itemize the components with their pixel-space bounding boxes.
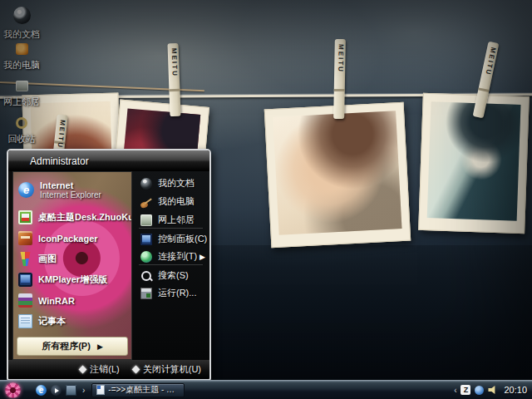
submenu-arrow-icon: ▶ — [200, 253, 205, 261]
desktop-icon-network-places[interactable]: 网上邻居 — [0, 80, 43, 106]
start-menu-body: e Internet Internet Explorer 桌酷主题Desk.Zh… — [8, 171, 209, 360]
menu-item-label: 画图 — [38, 253, 57, 265]
start-menu-item-control-panel[interactable]: 控制面板(C) — [132, 230, 209, 248]
menu-item-label: WinRAR — [38, 296, 75, 306]
menu-item-label: 运行(R)... — [158, 287, 196, 299]
log-off-icon — [79, 366, 87, 374]
my-documents-icon — [140, 178, 152, 190]
zhuoku-theme-icon — [18, 210, 32, 224]
taskbar-window-title: -=>>桌酷主题 - Mic... — [108, 384, 180, 396]
clothespin-spring — [334, 88, 345, 91]
menu-item-label: KMPlayer增强版 — [38, 273, 107, 286]
desktop-icon-label: 网上邻居 — [0, 96, 43, 106]
recycle-bin-icon — [16, 117, 27, 129]
log-off-label: 注销(L) — [90, 363, 119, 376]
start-menu-item-my-computer[interactable]: 我的电脑 — [132, 193, 209, 210]
clothespin: MEITU — [167, 43, 180, 116]
start-menu-item-notepad[interactable]: 记事本 — [13, 311, 131, 332]
volume-icon[interactable] — [488, 386, 497, 395]
menu-item-sublabel: Internet Explorer — [40, 190, 101, 200]
quick-launch-media-player-icon[interactable] — [51, 385, 62, 396]
all-programs-label: 所有程序(P) — [42, 340, 91, 352]
start-menu-item-my-documents[interactable]: 我的文档 — [132, 175, 209, 192]
all-programs-button[interactable]: 所有程序(P) ▶ — [17, 337, 128, 356]
menu-item-label: 网上邻居 — [158, 214, 195, 226]
network-places-icon — [140, 214, 152, 226]
start-menu-footer: 注销(L) 关闭计算机(U) — [8, 360, 209, 379]
paint-icon — [18, 252, 32, 266]
menu-item-label: Internet — [40, 180, 101, 190]
taskbar-clock[interactable]: 20:10 — [504, 385, 527, 395]
winrar-icon — [18, 293, 32, 308]
taskbar-window-button[interactable]: -=>>桌酷主题 - Mic... — [91, 383, 185, 397]
start-menu-item-search[interactable]: 搜索(S) — [132, 267, 209, 284]
tray-messenger-icon[interactable] — [475, 386, 484, 395]
start-menu-item-zhuoku-theme[interactable]: 桌酷主题Desk.ZhuoKu.Com — [13, 207, 131, 228]
desktop-icon-my-documents[interactable]: 我的文档 — [0, 7, 43, 39]
desktop: MEITU MEITU MEITU MEITU 我的文档 我的电脑 网上邻居 回… — [0, 0, 532, 399]
menu-item-label: 控制面板(C) — [158, 233, 207, 245]
quick-launch-bar: e › — [36, 385, 85, 396]
start-menu-item-connect-to[interactable]: 连接到(T) ▶ — [132, 248, 209, 265]
clothespin: MEITU — [333, 39, 346, 119]
clothespin-spring — [169, 88, 180, 91]
menu-item-label: 记事本 — [38, 315, 66, 328]
tray-z-app-icon[interactable]: Z — [461, 385, 470, 395]
photo-image — [273, 111, 401, 235]
photo-image — [427, 101, 521, 221]
menu-item-label: 桌酷主题Desk.ZhuoKu.Com — [38, 211, 132, 224]
clothespin-label: MEITU — [337, 44, 343, 51]
user-name: Administrator — [30, 155, 89, 167]
search-icon — [140, 270, 152, 282]
polaroid-photo-man — [264, 102, 411, 249]
document-icon — [96, 385, 105, 395]
start-menu-item-paint[interactable]: 画图 — [13, 249, 131, 269]
clothespin-label: MEITU — [488, 47, 495, 54]
start-menu-item-iconpackager[interactable]: IconPackager — [13, 228, 131, 249]
kmplayer-icon — [18, 273, 32, 287]
run-icon — [140, 288, 152, 299]
menu-separator — [139, 264, 203, 265]
start-menu-item-internet[interactable]: e Internet Internet Explorer — [13, 175, 131, 204]
network-places-icon — [16, 81, 28, 91]
start-menu-item-network-places[interactable]: 网上邻居 — [132, 211, 209, 229]
system-tray: ‹ Z 20:10 — [454, 385, 532, 395]
start-menu-right-panel: 我的文档 我的电脑 网上邻居 控制面板(C) 连接到(T) — [132, 171, 209, 360]
start-button[interactable] — [5, 382, 21, 398]
desktop-icon-label: 回收站 — [0, 134, 43, 144]
start-menu-item-run[interactable]: 运行(R)... — [132, 284, 209, 302]
internet-explorer-icon: e — [18, 182, 34, 198]
taskbar: e › -=>>桌酷主题 - Mic... ‹ Z 20:10 — [0, 380, 532, 399]
desktop-icon-recycle-bin[interactable]: 回收站 — [0, 117, 43, 144]
desktop-icon-label: 我的电脑 — [0, 60, 43, 70]
quick-launch-chevron-icon[interactable]: › — [82, 386, 85, 395]
globe-icon — [140, 251, 152, 263]
menu-item-label: 我的电脑 — [158, 195, 195, 208]
quick-launch-internet-explorer-icon[interactable]: e — [36, 385, 47, 396]
log-off-button[interactable]: 注销(L) — [80, 363, 119, 376]
my-computer-icon — [16, 43, 28, 55]
control-panel-icon — [140, 234, 152, 245]
quick-launch-show-desktop-icon[interactable] — [66, 385, 76, 396]
shut-down-label: 关闭计算机(U) — [143, 363, 201, 376]
my-documents-icon — [13, 7, 31, 24]
desktop-icon-label: 我的文档 — [0, 29, 43, 39]
my-computer-guitar-icon — [140, 196, 152, 208]
desktop-icon-my-computer[interactable]: 我的电脑 — [0, 43, 43, 70]
tray-collapse-chevron-icon[interactable]: ‹ — [454, 386, 456, 395]
notepad-icon — [18, 314, 32, 328]
shut-down-button[interactable]: 关闭计算机(U) — [133, 363, 201, 376]
clothespin-label: MEITU — [170, 48, 176, 55]
start-menu-item-kmplayer[interactable]: KMPlayer增强版 — [13, 269, 131, 290]
menu-item-label: 连接到(T) — [158, 250, 197, 263]
iconpackager-icon — [18, 231, 32, 245]
clothespin-label: MEITU — [58, 120, 66, 127]
menu-item-label: 搜索(S) — [158, 269, 189, 282]
menu-separator — [139, 228, 203, 229]
start-menu-item-winrar[interactable]: WinRAR — [13, 290, 131, 311]
shut-down-icon — [131, 366, 140, 374]
menu-item-label: 我的文档 — [158, 177, 195, 190]
start-menu-header: Administrator — [8, 150, 209, 171]
clothespin-spring — [478, 87, 489, 92]
menu-item-label: IconPackager — [38, 234, 98, 244]
